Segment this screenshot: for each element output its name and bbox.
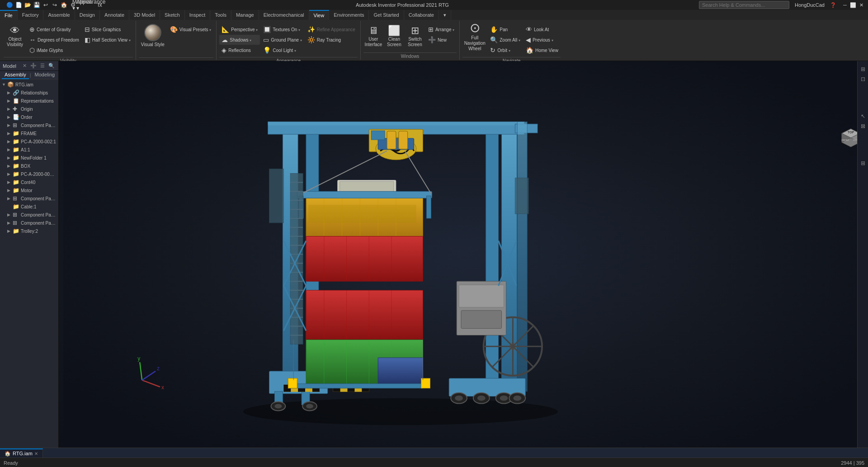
center-gravity-button[interactable]: ⊕ Center of Gravity bbox=[27, 24, 81, 34]
tab-3dmodel[interactable]: 3D Model bbox=[129, 10, 160, 20]
perspective-button[interactable]: 📐 Perspective ▾ bbox=[219, 24, 260, 34]
model-panel-close[interactable]: ✕ bbox=[22, 62, 28, 69]
side-panel-icon-1[interactable]: ⊞ bbox=[859, 65, 868, 74]
pan-button[interactable]: ✋ Pan bbox=[488, 24, 523, 34]
open-icon[interactable]: 📂 bbox=[24, 1, 32, 9]
close-button[interactable]: ✕ bbox=[858, 2, 864, 8]
tree-item-motor[interactable]: ▶ 📁 Motor bbox=[0, 186, 58, 194]
clean-screen-button[interactable]: ⬜ Clean Screen bbox=[384, 23, 404, 51]
shadows-button[interactable]: ☁ Shadows ▾ bbox=[219, 35, 260, 45]
textures-on-button[interactable]: 🔲 Textures On ▾ bbox=[261, 24, 304, 34]
visual-presets-button[interactable]: 🎨 Visual Presets ▾ bbox=[168, 24, 214, 34]
new-icon[interactable]: 📄 bbox=[14, 1, 23, 9]
redo-icon[interactable]: ↪ bbox=[51, 1, 59, 9]
zoom-all-label: Zoom All ▾ bbox=[500, 38, 520, 42]
viewport[interactable]: x y z TOP FRONT RIGHT bbox=[59, 61, 868, 448]
ray-tracing-button[interactable]: 🔆 Ray Tracing bbox=[305, 35, 358, 45]
tree-item-comp-pattern-14[interactable]: ▶ ⊞ Component Pattern 14:... bbox=[0, 194, 58, 203]
side-panel-icon-4[interactable]: ⊠ bbox=[859, 122, 868, 131]
tree-item-comp-pattern-17[interactable]: ▶ ⊞ Component Pattern 17:... bbox=[0, 219, 58, 227]
svg-rect-70 bbox=[297, 191, 432, 198]
tab-file[interactable]: File bbox=[0, 10, 18, 20]
tab-rtg-close[interactable]: ✕ bbox=[34, 451, 38, 456]
tab-factory[interactable]: Factory bbox=[18, 10, 44, 20]
undo-icon[interactable]: ↩ bbox=[42, 1, 50, 9]
full-nav-wheel-button[interactable]: ⊙ Full Navigation Wheel bbox=[462, 23, 487, 51]
minimize-button[interactable]: ─ bbox=[842, 2, 848, 8]
tree-item-comp-pattern-13[interactable]: ▶ ⊞ Component Pattern 13:... bbox=[0, 121, 58, 129]
expand-arrow-orig: ▶ bbox=[7, 107, 13, 111]
imate-glyphs-button[interactable]: ⬡ iMate Glyphs bbox=[27, 45, 81, 55]
home-view-button[interactable]: 🏠 Home View bbox=[524, 45, 561, 55]
new-window-button[interactable]: ➕ New bbox=[426, 35, 457, 45]
cursor-icon[interactable]: ↖ bbox=[859, 112, 868, 121]
refine-appearance-button[interactable]: ✨ Refine Appearance bbox=[305, 24, 358, 34]
tab-modeling[interactable]: Modeling bbox=[32, 71, 58, 79]
svg-rect-104 bbox=[421, 378, 430, 388]
tree-item-frame[interactable]: ▶ 📁 FRAME bbox=[0, 129, 58, 137]
tree-item-box[interactable]: ▶ 📁 BOX bbox=[0, 162, 58, 170]
previous-button[interactable]: ◀ Previous ▾ bbox=[524, 35, 561, 45]
tree-item-order[interactable]: ▶ 📑 Order bbox=[0, 113, 58, 121]
tab-inspect[interactable]: Inspect bbox=[185, 10, 210, 20]
appearance-dropdown[interactable]: Appearance ▾ bbox=[87, 1, 95, 9]
tree-item-trolley[interactable]: ▶ 📁 Trolley:2 bbox=[0, 227, 58, 235]
formula-icon[interactable]: fx bbox=[96, 1, 104, 9]
tab-sketch[interactable]: Sketch bbox=[160, 10, 185, 20]
reflections-button[interactable]: ◈ Reflections bbox=[219, 45, 260, 55]
slice-graphics-button[interactable]: ⊟ Slice Graphics bbox=[82, 24, 133, 34]
model-panel-search[interactable]: 🔍 bbox=[47, 62, 56, 69]
tree-item-pc2000-002[interactable]: ▶ 📁 PC-A-2000-002:1 bbox=[0, 137, 58, 146]
half-section-view-button[interactable]: ◧ Half Section View ▾ bbox=[82, 35, 133, 45]
tab-more[interactable]: ▾ bbox=[439, 10, 451, 20]
tab-manage[interactable]: Manage bbox=[231, 10, 259, 20]
help-icon[interactable]: ❓ bbox=[830, 2, 836, 8]
search-input[interactable] bbox=[699, 1, 789, 9]
tab-collaborate[interactable]: Collaborate bbox=[404, 10, 439, 20]
side-panel-icon-5[interactable]: ⊞ bbox=[859, 159, 868, 168]
switch-screen-button[interactable]: ⊞ Switch Screen bbox=[405, 23, 425, 51]
object-visibility-button[interactable]: 👁 Object Visibility bbox=[4, 23, 26, 51]
doc-tab-rtg[interactable]: 🏠 RTG.iam ✕ bbox=[0, 448, 43, 458]
tab-annotate[interactable]: Annotate bbox=[100, 10, 129, 20]
tab-assemble[interactable]: Assemble bbox=[43, 10, 75, 20]
relationships-icon: 🔗 bbox=[13, 90, 20, 96]
model-panel-menu[interactable]: ☰ bbox=[39, 62, 46, 69]
tab-tools[interactable]: Tools bbox=[210, 10, 231, 20]
tree-item-cable[interactable]: 📁 Cable:1 bbox=[0, 203, 58, 211]
visual-style-button[interactable]: Visual Style bbox=[139, 23, 167, 51]
ribbon-content: 👁 Object Visibility ⊕ Center of Gravity … bbox=[0, 20, 868, 61]
zoom-all-button[interactable]: 🔍 Zoom All ▾ bbox=[488, 35, 523, 45]
save-icon[interactable]: 💾 bbox=[33, 1, 41, 9]
look-at-button[interactable]: 👁 Look At bbox=[524, 24, 561, 34]
tree-item-relationships[interactable]: ▶ 🔗 Relationships bbox=[0, 89, 58, 97]
tree-item-representations[interactable]: ▶ 📋 Representations bbox=[0, 97, 58, 105]
tree-item-origin[interactable]: ▶ ✚ Origin bbox=[0, 105, 58, 113]
ground-plane-button[interactable]: ▭ Ground Plane ▾ bbox=[261, 35, 304, 45]
cool-light-button[interactable]: 💡 Cool Light ▾ bbox=[261, 45, 304, 55]
user-interface-button[interactable]: 🖥 User Interface bbox=[363, 23, 383, 51]
side-panel-icon-2[interactable]: ⊡ bbox=[859, 75, 868, 84]
arrange-button[interactable]: ⊞ Arrange ▾ bbox=[426, 24, 457, 34]
tree-item-comp-pattern-15[interactable]: ▶ ⊞ Component Pattern 15:... bbox=[0, 211, 58, 219]
tab-get-started[interactable]: Get Started bbox=[369, 10, 404, 20]
model-panel-add[interactable]: ➕ bbox=[29, 62, 38, 69]
degrees-freedom-button[interactable]: ↔ Degrees of Freedom bbox=[27, 35, 81, 45]
tree-item-rtg[interactable]: ▼ 📦 RTG.iam bbox=[0, 80, 58, 89]
tree-item-cont40[interactable]: ▶ 📁 Cont40 bbox=[0, 178, 58, 186]
orbit-button[interactable]: ↻ Orbit ▾ bbox=[488, 45, 523, 55]
tab-assembly[interactable]: Assembly bbox=[2, 71, 29, 79]
title-text: Autodesk Inventor Professional 2021 RTG bbox=[106, 2, 699, 8]
tab-design[interactable]: Design bbox=[75, 10, 100, 20]
tree-item-a1[interactable]: ▶ 📁 A1:1 bbox=[0, 146, 58, 154]
restore-button[interactable]: ⬜ bbox=[850, 2, 856, 8]
windows-group-label: Windows bbox=[363, 52, 457, 60]
pc2000-002-label: PC-A-2000-002:1 bbox=[21, 139, 56, 144]
expand-arrow-cp13: ▶ bbox=[7, 123, 13, 127]
tree-item-newfolder[interactable]: ▶ 📁 NewFolder 1 bbox=[0, 154, 58, 162]
tree-item-pc2000-003[interactable]: ▶ 📁 PC-A-2000-003-1-2:1 bbox=[0, 170, 58, 178]
tab-environments[interactable]: Environments bbox=[329, 10, 369, 20]
tab-electromechanical[interactable]: Electromechanical bbox=[259, 10, 309, 20]
tab-view[interactable]: View bbox=[309, 10, 330, 20]
home-icon[interactable]: 🏠 bbox=[60, 1, 68, 9]
